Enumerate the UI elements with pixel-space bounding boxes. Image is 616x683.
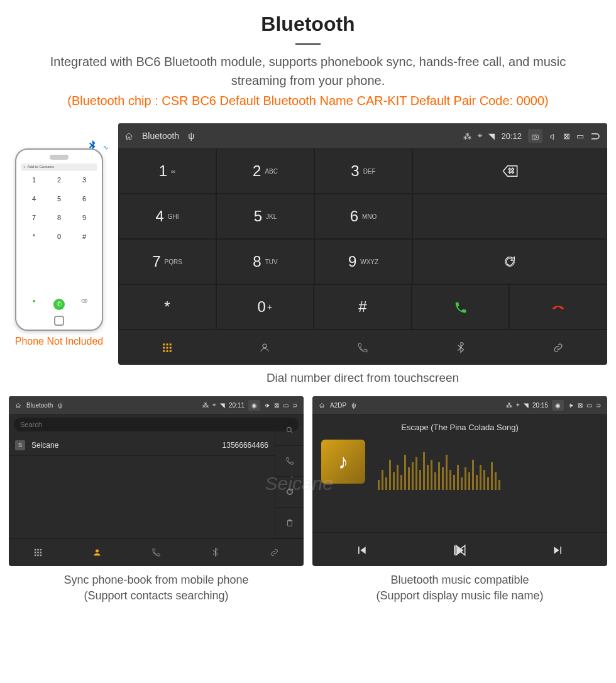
- key-2[interactable]: 2ABC: [216, 148, 314, 194]
- svg-rect-9: [166, 350, 168, 352]
- status-title: Bluetooth: [142, 131, 179, 141]
- back-icon[interactable]: ⊃: [292, 402, 297, 409]
- phone-key-star: *: [21, 227, 47, 246]
- tab-bluetooth[interactable]: [412, 330, 510, 365]
- phone-key-4: 4: [21, 189, 47, 208]
- tab-contacts[interactable]: [216, 330, 314, 365]
- recent-apps-icon[interactable]: ▭: [283, 402, 289, 409]
- phonebook-caption-1: Sync phone-book from mobile phone: [9, 572, 304, 588]
- next-track-button[interactable]: [509, 542, 607, 557]
- contact-name: Seicane: [31, 441, 58, 450]
- camera-icon[interactable]: ◉: [552, 400, 564, 411]
- phonebook-caption-2: (Support contacts searching): [9, 588, 304, 604]
- tab-link[interactable]: [509, 330, 607, 365]
- phone-key-7: 7: [21, 208, 47, 227]
- tab-bluetooth[interactable]: [185, 539, 245, 566]
- key-blank-1: [412, 194, 607, 239]
- close-box-icon[interactable]: ⊠: [563, 131, 570, 141]
- camera-icon[interactable]: ◉: [248, 400, 260, 411]
- key-4[interactable]: 4GHI: [118, 194, 216, 239]
- tab-contacts[interactable]: [68, 539, 127, 566]
- recent-apps-icon[interactable]: ▭: [586, 402, 592, 409]
- key-3[interactable]: 3DEF: [314, 148, 412, 194]
- svg-rect-13: [35, 549, 36, 551]
- song-title: Escape (The Pina Colada Song): [321, 423, 598, 432]
- key-call[interactable]: [412, 284, 510, 330]
- back-icon[interactable]: ⊃: [596, 402, 601, 409]
- volume-icon[interactable]: [549, 131, 557, 140]
- svg-point-1: [534, 135, 536, 138]
- side-call-icon[interactable]: [275, 446, 304, 477]
- recent-apps-icon[interactable]: ▭: [576, 131, 584, 141]
- key-6[interactable]: 6MNO: [314, 194, 412, 239]
- close-box-icon[interactable]: ⊠: [578, 402, 583, 409]
- key-7[interactable]: 7PQRS: [118, 239, 216, 284]
- phone-key-0: 0: [47, 227, 72, 246]
- svg-point-11: [263, 344, 267, 348]
- home-icon[interactable]: [319, 401, 325, 408]
- key-8[interactable]: 8TUV: [216, 239, 314, 284]
- key-backspace[interactable]: [412, 148, 607, 194]
- play-pause-button[interactable]: [410, 540, 509, 559]
- key-9[interactable]: 9WXYZ: [314, 239, 412, 284]
- search-input[interactable]: [14, 418, 299, 431]
- key-5[interactable]: 5JKL: [216, 194, 314, 239]
- home-icon[interactable]: [124, 131, 133, 141]
- side-refresh-icon[interactable]: [275, 477, 304, 508]
- key-star[interactable]: *: [118, 284, 216, 330]
- home-icon[interactable]: [15, 401, 21, 408]
- key-refresh[interactable]: [412, 239, 607, 284]
- phone-note: Phone Not Included: [9, 336, 109, 347]
- key-hash[interactable]: #: [314, 284, 412, 330]
- svg-rect-18: [40, 552, 42, 553]
- svg-rect-5: [163, 347, 165, 348]
- contact-number: 13566664466: [223, 441, 268, 450]
- tab-link[interactable]: [245, 539, 304, 566]
- svg-rect-16: [35, 552, 36, 553]
- phone-key-hash: #: [72, 227, 97, 246]
- clock-text: 20:15: [532, 402, 548, 409]
- status-title: Bluetooth: [26, 402, 53, 409]
- svg-rect-6: [166, 347, 168, 348]
- close-box-icon[interactable]: ⊠: [274, 402, 279, 409]
- dialer-screen: Bluetooth ψ ⁂ ⌖ ◥ 20:12 ⊠ ▭ ⊃ 1∞ 2ABC 3D…: [118, 123, 607, 365]
- phone-key-6: 6: [72, 189, 97, 208]
- dialer-caption: Dial number direct from touchscreen: [118, 371, 607, 385]
- back-icon[interactable]: ⊃: [590, 128, 601, 143]
- usb-icon: ψ: [188, 131, 194, 141]
- svg-rect-14: [38, 549, 40, 551]
- side-search-icon[interactable]: [275, 415, 304, 446]
- key-hangup[interactable]: [509, 284, 607, 330]
- tab-keypad[interactable]: [118, 330, 216, 365]
- camera-icon[interactable]: [528, 129, 542, 142]
- phone-key-8: 8: [47, 208, 72, 227]
- tab-call-log[interactable]: [127, 539, 186, 566]
- svg-point-22: [96, 550, 99, 553]
- tab-keypad[interactable]: [9, 539, 68, 566]
- phone-key-9: 9: [72, 208, 97, 227]
- volume-icon[interactable]: 🕩: [264, 402, 270, 409]
- music-visualizer: [378, 440, 598, 490]
- svg-rect-21: [40, 555, 42, 557]
- album-art-icon: ♪: [321, 440, 365, 484]
- tab-call-log[interactable]: [314, 330, 412, 365]
- music-caption-1: Bluetooth music compatible: [312, 572, 607, 588]
- svg-point-12: [287, 427, 291, 431]
- clock-text: 20:11: [229, 402, 245, 409]
- location-icon: ⌖: [516, 401, 520, 409]
- prev-track-button[interactable]: [312, 542, 410, 557]
- clock-text: 20:12: [501, 131, 522, 141]
- svg-rect-7: [170, 347, 172, 348]
- svg-rect-8: [163, 350, 165, 352]
- volume-icon[interactable]: 🕩: [568, 402, 574, 409]
- phone-key-3: 3: [72, 170, 97, 189]
- bluetooth-icon: ⁂: [463, 131, 471, 141]
- specs-text: (Bluetooth chip : CSR BC6 Default Blueto…: [13, 94, 603, 108]
- key-1[interactable]: 1∞: [118, 148, 216, 194]
- music-screen: A2DP ψ ⁂ ⌖ ◥ 20:15 ◉ 🕩 ⊠ ▭ ⊃ Escape (The…: [312, 396, 607, 566]
- svg-rect-23: [454, 546, 456, 555]
- key-0[interactable]: 0+: [216, 284, 314, 330]
- side-delete-icon[interactable]: [275, 508, 304, 538]
- contact-row[interactable]: S Seicane 13566664466: [9, 435, 275, 456]
- phone-add-contact: +Add to Contacts: [21, 164, 97, 170]
